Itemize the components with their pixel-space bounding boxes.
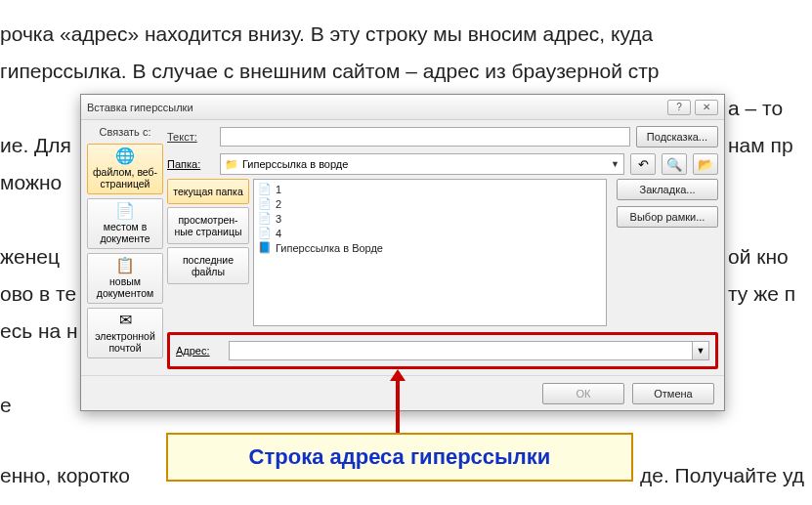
bg-text: а – то — [728, 94, 783, 122]
address-label: Адрес: — [176, 345, 223, 357]
file-icon: 📄 — [258, 227, 272, 239]
link-type-label: новым документом — [90, 275, 160, 299]
cancel-button[interactable]: Отмена — [632, 383, 714, 404]
bg-text: де. Получайте уд — [640, 461, 804, 489]
annotation-arrow — [396, 379, 400, 433]
help-button[interactable]: ? — [667, 100, 691, 115]
insert-hyperlink-dialog: Вставка гиперссылки ? ✕ Связать с: 🌐 фай… — [80, 94, 725, 411]
file-icon: 📄 — [258, 212, 272, 225]
bg-text: ту же п — [728, 279, 795, 308]
file-name: Гиперссылка в Ворде — [276, 242, 383, 254]
browse-web-button[interactable]: 🔍 — [662, 153, 687, 175]
address-dropdown-button[interactable]: ▼ — [692, 341, 709, 360]
document-icon: 📄 — [115, 203, 135, 219]
address-input[interactable] — [229, 341, 692, 360]
subnav-recent-files[interactable]: последние файлы — [167, 247, 249, 284]
annotation-callout: Строка адреса гиперссылки — [166, 433, 633, 482]
bg-text: енно, коротко — [0, 461, 130, 489]
link-type-label: файлом, веб-страницей — [90, 166, 160, 189]
new-doc-icon: 📋 — [115, 258, 135, 274]
bg-text: гиперссылка. В случае с внешним сайтом –… — [0, 57, 660, 85]
bg-text: женец — [0, 242, 60, 271]
word-icon: 📘 — [258, 241, 272, 254]
globe-icon: 🌐 — [115, 148, 135, 164]
link-type-email[interactable]: ✉ электронной почтой — [87, 308, 163, 358]
close-button[interactable]: ✕ — [695, 100, 718, 115]
bg-text: рочка «адрес» находится внизу. В эту стр… — [0, 20, 653, 48]
file-icon: 📄 — [258, 197, 272, 210]
bg-text: можно — [0, 168, 62, 196]
folder-value: Гиперссылка в ворде — [242, 158, 348, 170]
link-with-label: Связать с: — [87, 126, 163, 138]
folder-label: Папка: — [167, 158, 214, 170]
chevron-down-icon: ▼ — [611, 159, 620, 169]
subnav-current-folder[interactable]: текущая папка — [167, 179, 249, 204]
bg-text: ово в те — [0, 279, 76, 308]
list-item[interactable]: 📄2 — [256, 196, 604, 211]
chevron-down-icon: ▼ — [697, 346, 705, 356]
bg-text: ие. Для — [0, 131, 71, 159]
dialog-title: Вставка гиперссылки — [87, 102, 663, 113]
bg-text: есь на н — [0, 316, 78, 345]
file-icon: 📄 — [258, 183, 272, 195]
title-bar: Вставка гиперссылки ? ✕ — [81, 95, 724, 120]
bg-text: е — [0, 391, 12, 419]
open-folder-button[interactable]: 📂 — [693, 153, 718, 175]
subnav-browsed-pages[interactable]: просмотрен-ные страницы — [167, 207, 249, 244]
file-name: 2 — [276, 198, 281, 210]
bookmark-button[interactable]: Закладка... — [617, 179, 718, 200]
search-icon: 🔍 — [666, 157, 682, 172]
file-list[interactable]: 📄1 📄2 📄3 📄4 📘Гиперссылка в Ворде — [253, 179, 607, 326]
folder-icon: 📁 — [225, 158, 238, 171]
bg-text: ой кно — [728, 242, 789, 271]
list-item[interactable]: 📄3 — [256, 211, 604, 226]
link-type-place-in-doc[interactable]: 📄 местом в документе — [87, 198, 163, 249]
bg-text: нам пр — [728, 131, 793, 159]
link-type-label: местом в документе — [90, 221, 160, 244]
folder-combo[interactable]: 📁 Гиперссылка в ворде ▼ — [220, 153, 624, 175]
display-text-input[interactable] — [220, 127, 630, 147]
link-type-label: электронной почтой — [90, 330, 160, 354]
up-folder-button[interactable]: ↶ — [630, 153, 656, 175]
mail-icon: ✉ — [119, 313, 132, 328]
address-row-highlight: Адрес: ▼ — [167, 332, 718, 369]
target-frame-button[interactable]: Выбор рамки... — [617, 206, 718, 228]
text-label: Текст: — [167, 131, 214, 143]
file-name: 4 — [276, 228, 281, 239]
file-name: 1 — [276, 184, 281, 195]
link-type-new-doc[interactable]: 📋 новым документом — [87, 253, 163, 304]
open-folder-icon: 📂 — [698, 157, 713, 172]
file-name: 3 — [276, 213, 281, 225]
ok-button[interactable]: ОК — [542, 383, 624, 404]
list-item[interactable]: 📘Гиперссылка в Ворде — [256, 240, 604, 255]
list-item[interactable]: 📄4 — [256, 226, 604, 240]
list-item[interactable]: 📄1 — [256, 182, 604, 196]
link-type-file-web[interactable]: 🌐 файлом, веб-страницей — [87, 144, 163, 194]
hint-button[interactable]: Подсказка... — [636, 126, 718, 147]
up-arrow-icon: ↶ — [638, 157, 649, 172]
